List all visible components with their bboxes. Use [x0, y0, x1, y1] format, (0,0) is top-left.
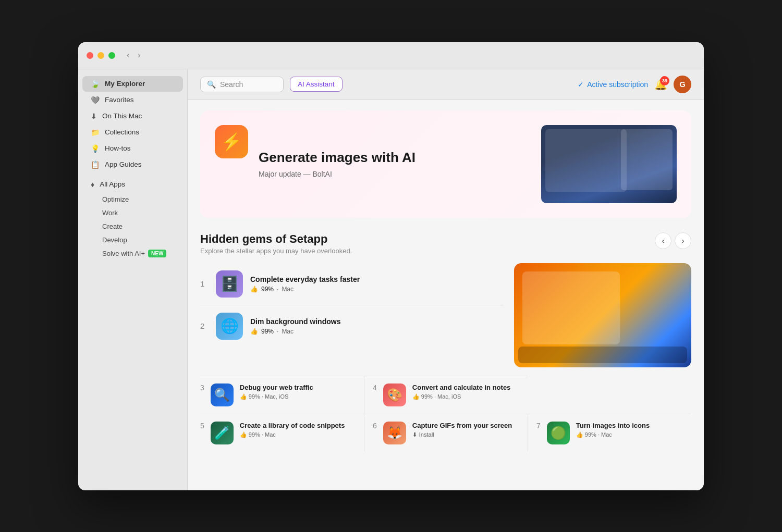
screenshot-inner: [541, 125, 677, 203]
sidebar: 🍃 My Explorer 🩶 Favorites ⬇ On This Mac …: [78, 69, 188, 490]
prev-button[interactable]: ‹: [655, 232, 671, 249]
ai-assistant-button[interactable]: AI Assistant: [290, 77, 343, 92]
sidebar-item-label: My Explorer: [105, 80, 145, 88]
gem-number: 3: [200, 383, 204, 392]
gem-icon-7: 🟢: [547, 422, 570, 444]
sidebar-item-label: All Apps: [100, 180, 125, 188]
minimize-button[interactable]: [97, 52, 104, 59]
thumbs-up-icon: 👍: [412, 393, 420, 400]
gem-item-6[interactable]: 6 🦊 Capture GIFs from your screen ⬇ Inst…: [364, 414, 528, 452]
gem-number: 6: [373, 422, 377, 430]
back-button[interactable]: ‹: [124, 50, 132, 61]
bolt-icon: ⚡: [221, 132, 242, 152]
hero-title: Generate images with AI: [259, 150, 531, 166]
gem-item-7[interactable]: 7 🟢 Turn images into icons 👍 99% · Mac: [528, 414, 691, 452]
subitem-label: Create: [102, 222, 123, 230]
sidebar-item-app-guides[interactable]: 📋 App Guides: [82, 157, 183, 172]
gem-number: 2: [200, 321, 209, 330]
sidebar-subitem-create[interactable]: Create: [82, 220, 183, 233]
avatar[interactable]: G: [674, 76, 691, 93]
gem-title: Dim background windows: [250, 317, 504, 326]
subitem-label: Develop: [102, 236, 127, 244]
gem-meta-install: ⬇ Install: [412, 431, 512, 438]
gem-rating: 99%: [261, 328, 274, 335]
sidebar-subitem-work[interactable]: Work: [82, 206, 183, 219]
gem-info-5: Create a library of code snippets 👍 99% …: [240, 422, 345, 438]
gem-title: Complete everyday tasks faster: [250, 275, 504, 283]
gem-item-4[interactable]: 4 🎨 Convert and calculate in notes 👍 99%…: [364, 376, 528, 414]
forward-button[interactable]: ›: [135, 50, 143, 61]
gem-meta: 👍 99% · Mac: [250, 328, 504, 335]
sidebar-item-how-tos[interactable]: 💡 How-tos: [82, 141, 183, 156]
sidebar-item-all-apps[interactable]: ♦ All Apps: [82, 177, 183, 192]
gem-icon-1: 🗄️: [216, 270, 243, 298]
subitem-label: Solve with AI+: [102, 250, 145, 257]
gem-item-3[interactable]: 3 🔍 Debug your web traffic 👍 99% · Mac, …: [200, 376, 364, 414]
bulb-icon: 💡: [91, 144, 100, 153]
gem-item-5[interactable]: 5 🧪 Create a library of code snippets 👍 …: [200, 414, 364, 452]
close-button[interactable]: [87, 52, 93, 59]
title-bar: ‹ ›: [78, 42, 704, 69]
gem-icon-2: 🌐: [216, 313, 243, 340]
gem-icon-3: 🔍: [211, 383, 234, 406]
gem-item-2[interactable]: 2 🌐 Dim background windows 👍 99% · Mac: [200, 305, 504, 347]
gem-icon-6: 🦊: [383, 422, 406, 444]
gem-info-1: Complete everyday tasks faster 👍 99% · M…: [250, 275, 504, 293]
sidebar-item-favorites[interactable]: 🩶 Favorites: [82, 92, 183, 108]
section-header: Hidden gems of Setapp Explore the stella…: [200, 232, 691, 255]
gems-grid-bottom: 3 🔍 Debug your web traffic 👍 99% · Mac, …: [200, 376, 691, 414]
gem-info-7: Turn images into icons 👍 99% · Mac: [576, 422, 650, 438]
top-bar: 🔍 Search AI Assistant ✓ Active subscript…: [188, 69, 704, 100]
gem-screenshot-inner: [514, 263, 691, 367]
search-box[interactable]: 🔍 Search: [200, 77, 284, 92]
thumbs-up-icon: 👍: [250, 328, 258, 335]
gem-meta: 👍 99% · Mac: [576, 431, 650, 438]
gem-icon-4: 🎨: [383, 383, 406, 406]
install-label: Install: [419, 431, 434, 438]
subitem-label: Work: [102, 209, 118, 217]
sidebar-item-label: How-tos: [105, 144, 131, 152]
sidebar-subitem-solve-ai[interactable]: Solve with AI+ NEW: [82, 247, 183, 260]
sidebar-subitem-optimize[interactable]: Optimize: [82, 193, 183, 206]
gem-meta: 👍 99% · Mac: [250, 286, 504, 293]
hero-card[interactable]: ⚡ Generate images with AI Major update —…: [200, 110, 691, 218]
gem-icon-5: 🧪: [211, 422, 234, 444]
subitem-label: Optimize: [102, 195, 129, 203]
gem-rating: 99%: [261, 286, 274, 293]
gem-info-4: Convert and calculate in notes 👍 99% · M…: [412, 383, 511, 400]
notifications-button[interactable]: 🔔 39: [654, 78, 667, 91]
next-button[interactable]: ›: [675, 232, 691, 249]
thumbs-up-icon: 👍: [240, 431, 247, 438]
gem-title: Capture GIFs from your screen: [412, 422, 512, 429]
gem-item-1[interactable]: 1 🗄️ Complete everyday tasks faster 👍 99…: [200, 263, 504, 305]
main-layout: 🍃 My Explorer 🩶 Favorites ⬇ On This Mac …: [78, 69, 704, 490]
gem-platform: Mac: [282, 328, 294, 335]
thumbs-up-icon: 👍: [576, 431, 583, 438]
gem-title: Convert and calculate in notes: [412, 383, 511, 391]
gems-grid-bottom2: 5 🧪 Create a library of code snippets 👍 …: [200, 414, 691, 452]
gem-meta: 👍 99% · Mac, iOS: [412, 393, 511, 400]
download-icon: ⬇: [412, 431, 417, 438]
leaf-icon: 🍃: [91, 80, 100, 88]
screenshot-chat: [621, 129, 673, 190]
sidebar-subitem-develop[interactable]: Develop: [82, 233, 183, 246]
gem-meta: 👍 99% · Mac, iOS: [240, 393, 313, 400]
section-subtitle: Explore the stellar apps you may have ov…: [200, 247, 352, 255]
sidebar-item-collections[interactable]: 📁 Collections: [82, 125, 183, 140]
nav-buttons: ‹ ›: [655, 232, 691, 249]
sidebar-item-my-explorer[interactable]: 🍃 My Explorer: [82, 76, 183, 92]
heart-icon: 🩶: [91, 96, 100, 104]
new-badge: NEW: [148, 250, 166, 257]
sidebar-item-label: On This Mac: [102, 112, 142, 120]
gem-platform: Mac: [282, 286, 294, 293]
download-icon: ⬇: [91, 112, 97, 120]
gem-number: 4: [373, 383, 377, 392]
maximize-button[interactable]: [108, 52, 115, 59]
hero-app-icon: ⚡: [215, 125, 248, 158]
gem-screenshot: [514, 263, 691, 367]
sidebar-item-label: Favorites: [105, 96, 134, 104]
sidebar-item-on-this-mac[interactable]: ⬇ On This Mac: [82, 108, 183, 124]
gem-title: Create a library of code snippets: [240, 422, 345, 429]
content-area: 🔍 Search AI Assistant ✓ Active subscript…: [188, 69, 704, 490]
search-placeholder: Search: [220, 80, 243, 89]
